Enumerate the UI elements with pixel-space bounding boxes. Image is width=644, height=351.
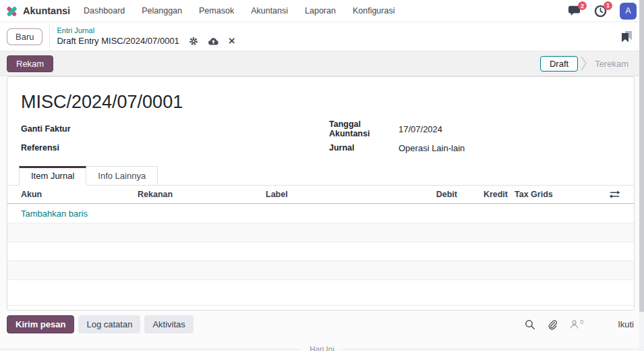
menu-pelanggan[interactable]: Pelanggan xyxy=(142,6,182,16)
field-value-tanggal[interactable]: 17/07/2024 xyxy=(399,124,442,134)
breadcrumb-parent-link[interactable]: Entri Jurnal xyxy=(57,26,235,35)
table-row xyxy=(7,242,634,261)
field-label-referensi: Referensi xyxy=(21,143,129,153)
navbar-systray: 2 1 A xyxy=(568,3,637,20)
app-name: Akuntansi xyxy=(23,5,70,16)
column-debit: Debit xyxy=(393,190,457,199)
form-sheet: MISC/2024/07/0001 Ganti Faktur Referensi… xyxy=(7,76,635,310)
send-message-button[interactable]: Kirim pesan xyxy=(7,315,74,333)
table-header: Akun Rekanan Label Debit Kredit Tax Grid… xyxy=(7,186,634,204)
divider-line xyxy=(343,349,644,350)
column-rekanan: Rekanan xyxy=(138,190,266,199)
breadcrumb-separator xyxy=(49,25,50,48)
field-referensi: Referensi xyxy=(21,138,329,157)
followers-icon[interactable]: 0 xyxy=(569,319,583,329)
discard-icon[interactable]: × xyxy=(229,37,235,45)
column-tax-grids: Tax Grids xyxy=(508,190,609,199)
field-label-jurnal: Jurnal xyxy=(329,143,399,153)
top-navbar: Akuntansi Dashboard Pelanggan Pemasok Ak… xyxy=(0,0,644,22)
status-chevron-icon xyxy=(581,56,587,71)
status-posted[interactable]: Terekam xyxy=(589,57,634,71)
field-label-ganti-faktur: Ganti Faktur xyxy=(21,124,129,134)
vertical-scrollbar xyxy=(639,0,644,351)
followers-count: 0 xyxy=(580,319,583,325)
form-fields: Ganti Faktur Referensi Tanggal Akuntansi… xyxy=(21,119,620,157)
optional-columns-icon[interactable] xyxy=(609,190,620,199)
new-record-button[interactable]: Baru xyxy=(7,28,42,45)
post-button[interactable]: Rekam xyxy=(7,55,53,72)
menu-laporan[interactable]: Laporan xyxy=(305,6,336,16)
menu-konfigurasi[interactable]: Konfigurasi xyxy=(353,6,395,16)
scrollbar-thumb[interactable] xyxy=(639,0,644,312)
save-cloud-icon[interactable] xyxy=(208,37,219,46)
column-kredit: Kredit xyxy=(457,190,508,199)
statusbar: Draft Terekam xyxy=(540,56,634,72)
chatter-toolbar: Kirim pesan Log catatan Aktivitas xyxy=(0,315,644,333)
menu-dashboard[interactable]: Dashboard xyxy=(84,6,125,16)
search-messages-icon[interactable] xyxy=(525,319,535,330)
accounting-app-icon xyxy=(5,5,18,18)
field-label-tanggal: Tanggal Akuntansi xyxy=(329,119,399,138)
messages-icon[interactable]: 2 xyxy=(568,5,581,17)
activities-icon[interactable]: 1 xyxy=(594,5,607,18)
log-note-button[interactable]: Log catatan xyxy=(78,315,140,333)
main-menu: Dashboard Pelanggan Pemasok Akuntansi La… xyxy=(84,6,394,16)
table-row xyxy=(7,223,634,242)
gear-icon[interactable] xyxy=(189,36,198,46)
date-divider: Hari Ini xyxy=(0,345,644,351)
attachment-paperclip-icon[interactable] xyxy=(547,319,558,330)
menu-akuntansi[interactable]: Akuntansi xyxy=(251,6,288,16)
user-avatar[interactable]: A xyxy=(620,3,637,20)
notebook-tabs: Item Jurnal Info Lainnya xyxy=(7,166,634,186)
activities-button[interactable]: Aktivitas xyxy=(144,315,193,333)
breadcrumb: Entri Jurnal Draft Entry MISC/2024/07/00… xyxy=(57,26,235,47)
divider-label: Hari Ini xyxy=(310,345,334,351)
menu-pemasok[interactable]: Pemasok xyxy=(199,6,234,16)
field-tanggal-akuntansi: Tanggal Akuntansi 17/07/2024 xyxy=(329,119,465,138)
column-akun: Akun xyxy=(21,190,138,199)
add-line-link[interactable]: Tambahkan baris xyxy=(21,209,88,219)
column-label: Label xyxy=(266,190,393,199)
field-ganti-faktur: Ganti Faktur xyxy=(21,119,329,138)
field-value-jurnal[interactable]: Operasi Lain-lain xyxy=(399,143,465,153)
activities-badge: 1 xyxy=(604,1,612,10)
status-draft[interactable]: Draft xyxy=(540,56,578,72)
tab-info-lainnya[interactable]: Info Lainnya xyxy=(86,166,158,186)
field-jurnal: Jurnal Operasi Lain-lain xyxy=(329,138,465,157)
follow-button[interactable]: Ikuti xyxy=(618,319,634,329)
breadcrumb-current: Draft Entry MISC/2024/07/0001 xyxy=(57,36,179,47)
control-panel: Baru Entri Jurnal Draft Entry MISC/2024/… xyxy=(0,22,644,51)
divider-line xyxy=(0,349,301,350)
table-row xyxy=(7,261,634,280)
app-brand[interactable]: Akuntansi xyxy=(5,5,70,18)
tab-item-jurnal[interactable]: Item Jurnal xyxy=(19,166,86,186)
action-bar: Rekam Draft Terekam xyxy=(0,51,644,76)
bookmark-icon[interactable] xyxy=(622,31,632,43)
messages-badge: 2 xyxy=(578,1,587,10)
table-row: Tambahkan baris xyxy=(7,204,634,223)
table-row xyxy=(7,280,634,306)
odoo-accounting-screen: Akuntansi Dashboard Pelanggan Pemasok Ak… xyxy=(0,0,644,351)
document-title: MISC/2024/07/0001 xyxy=(21,92,620,113)
bookmark-main xyxy=(622,33,628,43)
